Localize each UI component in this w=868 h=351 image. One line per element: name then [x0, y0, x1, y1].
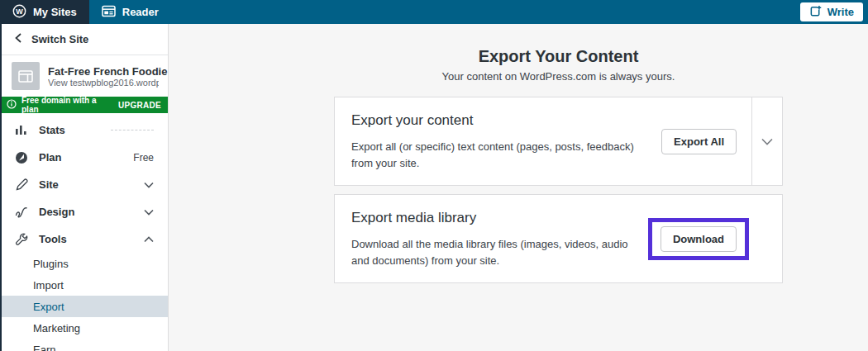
export-all-button[interactable]: Export All — [661, 129, 737, 154]
sidebar-item-design[interactable]: Design — [0, 198, 168, 225]
upgrade-link[interactable]: UPGRADE — [118, 101, 161, 110]
sidebar-item-label: Earn — [33, 344, 55, 351]
reader-label: Reader — [122, 6, 159, 18]
design-icon — [14, 206, 29, 218]
site-url: View testwpblog2016.wordpress.com — [48, 78, 159, 88]
chevron-down-icon — [761, 134, 773, 149]
highlight-annotation: Download — [648, 218, 749, 260]
sidebar: Switch Site Fat-Free French Foodie View … — [0, 24, 169, 351]
upgrade-banner-label: Free domain with a plan — [21, 96, 113, 114]
wrench-icon — [14, 233, 29, 246]
card-body: Export media library Download all the me… — [335, 195, 648, 282]
site-avatar-icon — [12, 62, 40, 90]
export-content-card: Export your content Export all (or speci… — [334, 97, 783, 186]
sidebar-item-label: Design — [39, 206, 74, 218]
sidebar-item-marketing[interactable]: Marketing — [0, 317, 168, 339]
write-button[interactable]: Write — [800, 2, 863, 21]
masterbar-spacer — [171, 0, 800, 24]
sidebar-item-label: Tools — [39, 233, 67, 245]
chevron-down-icon — [144, 182, 154, 188]
new-post-icon — [809, 5, 822, 20]
site-meta: Fat-Free French Foodie View testwpblog20… — [48, 65, 156, 88]
sidebar-menu: Stats Plan Free Site — [0, 113, 168, 351]
sidebar-item-label: Plan — [39, 151, 61, 164]
export-page: Export Your Content Your content on Word… — [334, 24, 783, 283]
sidebar-item-label: Import — [33, 279, 64, 292]
sidebar-item-label: Stats — [39, 124, 65, 136]
card-description: Download all the media library files (im… — [351, 236, 632, 269]
expand-export-options-button[interactable] — [751, 97, 782, 185]
sidebar-item-label: Export — [33, 301, 64, 313]
reader-icon — [102, 5, 116, 20]
card-action: Download — [648, 195, 782, 282]
chevron-up-icon — [144, 236, 154, 243]
chevron-left-icon — [14, 33, 22, 45]
sidebar-item-plugins[interactable]: Plugins — [0, 253, 168, 274]
export-media-card: Export media library Download all the me… — [334, 194, 783, 283]
sidebar-item-site[interactable]: Site — [0, 171, 168, 198]
card-title: Export media library — [351, 210, 632, 226]
pencil-icon — [14, 178, 29, 191]
sidebar-item-import[interactable]: Import — [0, 274, 168, 296]
sidebar-item-plan[interactable]: Plan Free — [0, 144, 168, 171]
info-icon — [7, 99, 17, 111]
sidebar-item-stats[interactable]: Stats — [0, 116, 168, 144]
sidebar-item-export[interactable]: Export — [0, 296, 168, 317]
plan-badge: Free — [133, 152, 154, 164]
switch-site-button[interactable]: Switch Site — [0, 24, 168, 55]
reader-tab[interactable]: Reader — [89, 0, 171, 24]
site-name: Fat-Free French Foodie — [48, 65, 156, 78]
stats-sparkline — [111, 130, 154, 130]
svg-text:W: W — [16, 7, 23, 15]
card-body: Export your content Export all (or speci… — [335, 97, 661, 185]
write-label: Write — [827, 6, 854, 18]
sidebar-item-label: Site — [39, 178, 59, 191]
current-site-card[interactable]: Fat-Free French Foodie View testwpblog20… — [0, 55, 168, 97]
wordpress-logo-icon: W — [12, 4, 26, 21]
sidebar-item-label: Marketing — [33, 322, 80, 334]
sidebar-item-earn[interactable]: Earn — [0, 339, 168, 351]
my-sites-label: My Sites — [33, 6, 77, 18]
chevron-down-icon — [144, 209, 154, 216]
card-title: Export your content — [351, 112, 645, 129]
switch-site-label: Switch Site — [31, 33, 88, 45]
plan-icon — [14, 151, 29, 164]
download-button[interactable]: Download — [661, 226, 737, 252]
masterbar: W My Sites Reader Write — [0, 0, 868, 24]
stats-icon — [14, 125, 29, 136]
card-description: Export all (or specific) text content (p… — [351, 139, 645, 172]
main-content: Export Your Content Your content on Word… — [169, 24, 868, 351]
window-edge — [0, 0, 2, 351]
sidebar-item-label: Plugins — [33, 258, 69, 270]
card-action: Export All — [661, 97, 751, 185]
my-sites-tab[interactable]: W My Sites — [0, 0, 89, 24]
upgrade-banner[interactable]: Free domain with a plan UPGRADE — [0, 97, 168, 113]
sidebar-item-tools[interactable]: Tools — [0, 225, 168, 253]
page-title: Export Your Content — [334, 45, 783, 67]
page-subtitle: Your content on WordPress.com is always … — [334, 70, 783, 83]
